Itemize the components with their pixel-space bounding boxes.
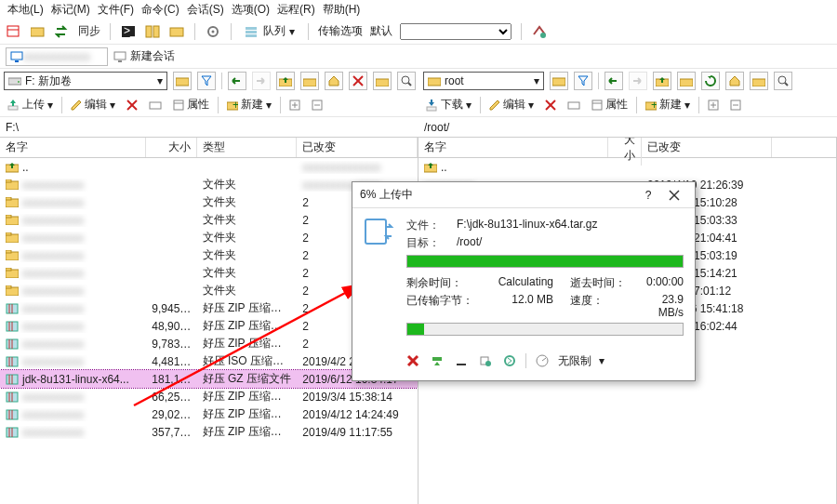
expand-icon[interactable] [705, 96, 722, 114]
root-folder-icon[interactable] [300, 72, 319, 90]
terminal-icon[interactable]: >_ [120, 23, 137, 40]
svg-text:+: + [232, 99, 238, 111]
file-size: 9,783 KB [146, 338, 196, 351]
local-header[interactable]: 名字 大小 类型 已改变 [0, 138, 418, 158]
forward-icon[interactable] [252, 72, 271, 90]
elapsed-value: 0:00:00 [633, 275, 684, 291]
dialog-titlebar[interactable]: 6% 上传中 ? [352, 182, 695, 208]
home-icon[interactable] [325, 72, 343, 90]
new-button[interactable]: +新建▾ [643, 96, 693, 114]
to-queue-button[interactable] [477, 352, 494, 369]
root-folder-icon[interactable] [677, 72, 696, 90]
minimize-transfer-button[interactable] [429, 352, 445, 369]
collapse-icon[interactable] [309, 96, 326, 114]
delete-bookmark-icon[interactable] [349, 72, 367, 90]
menu-session[interactable]: 会话(S) [185, 2, 226, 18]
filter-icon[interactable] [197, 72, 216, 90]
refresh-all-icon[interactable] [168, 23, 185, 40]
filter-icon[interactable] [574, 72, 592, 90]
rename-icon[interactable] [565, 96, 583, 114]
compare-icon[interactable] [144, 23, 161, 40]
chevron-down-icon: ▾ [157, 74, 163, 87]
new-button[interactable]: +新建▾ [224, 96, 274, 114]
open-folder-icon[interactable] [173, 72, 192, 90]
speed-limit-icon[interactable] [534, 352, 551, 369]
transfer-default-label[interactable]: 默认 [370, 23, 392, 39]
chevron-down-icon: ▾ [466, 99, 472, 112]
file-type: 好压 ZIP 压缩文件 [197, 318, 298, 334]
help-button[interactable]: ? [635, 184, 661, 206]
speed-limit-label[interactable]: 无限制 [558, 353, 591, 369]
queue-dropdown[interactable]: 队列 ▾ [241, 23, 299, 39]
props-button[interactable]: 属性 [170, 96, 212, 114]
col-name[interactable]: 名字 [418, 138, 608, 157]
menu-command[interactable]: 命令(C) [140, 2, 181, 18]
close-button[interactable] [661, 184, 687, 206]
svg-rect-52 [592, 100, 602, 110]
menu-remote[interactable]: 远程(R) [275, 2, 317, 18]
local-drive-combo[interactable]: F: 新加卷 ▾ [4, 72, 167, 90]
refresh-icon[interactable] [701, 72, 720, 90]
transfer-icon [364, 216, 397, 247]
file-type: 好压 ZIP 压缩文件 [197, 389, 298, 405]
open-folder-icon[interactable] [550, 72, 568, 90]
menu-local[interactable]: 本地(L) [6, 2, 46, 18]
edit-button[interactable]: 编辑▾ [486, 96, 537, 114]
upload-button[interactable]: 上传▾ [4, 96, 56, 114]
cancel-transfer-button[interactable] [405, 352, 421, 369]
col-type[interactable]: 类型 [197, 138, 298, 157]
parent-dir-row[interactable]: .. [418, 158, 836, 176]
up-folder-icon[interactable] [276, 72, 295, 90]
file-row[interactable]: xxxxxxxxxxx 29,022 ... 好压 ZIP 压缩文件 2019/… [0, 405, 418, 423]
menu-mark[interactable]: 标记(M) [49, 2, 92, 18]
settings-icon[interactable] [205, 23, 221, 40]
parent-dir-row[interactable]: ..xxxxxxxxxxxxxx [0, 158, 418, 176]
sync-roundtrip-icon[interactable] [54, 23, 71, 40]
find-icon[interactable] [774, 72, 792, 90]
props-button[interactable]: 属性 [589, 96, 631, 114]
remote-path[interactable]: /root/ [418, 117, 837, 138]
bookmark-folder-icon[interactable] [750, 72, 768, 90]
delete-icon[interactable] [542, 96, 559, 114]
svg-rect-65 [6, 197, 11, 200]
remote-path-combo[interactable]: root ▾ [423, 72, 544, 90]
menu-file[interactable]: 文件(F) [96, 2, 136, 18]
remote-header[interactable]: 名字 大小 已改变 [418, 138, 836, 158]
minimize-window-button[interactable] [453, 352, 470, 369]
expand-icon[interactable] [286, 96, 303, 114]
menu-help[interactable]: 帮助(H) [321, 2, 363, 18]
new-session-tab[interactable]: 新建会话 [113, 48, 175, 64]
bookmark-folder-icon[interactable] [373, 72, 392, 90]
home-icon[interactable] [725, 72, 744, 90]
up-folder-icon[interactable] [653, 72, 671, 90]
address-book-icon[interactable] [6, 23, 22, 40]
current-session-tab[interactable]: xxxxxxxxxxxx [6, 47, 108, 66]
svg-point-110 [485, 361, 491, 366]
queue-icon [245, 25, 259, 38]
sync-folder-icon[interactable] [30, 23, 46, 40]
col-size[interactable]: 大小 [146, 138, 196, 157]
transfer-preset-select[interactable] [400, 23, 512, 40]
col-modified[interactable]: 已改变 [642, 138, 772, 157]
download-button[interactable]: 下载▾ [422, 96, 474, 114]
sync-label[interactable]: 同步 [78, 23, 100, 39]
col-modified[interactable]: 已改变 [297, 138, 418, 157]
rename-icon[interactable] [146, 96, 165, 114]
find-icon[interactable] [397, 72, 416, 90]
delete-icon[interactable] [124, 96, 140, 114]
edit-button[interactable]: 编辑▾ [68, 96, 118, 114]
menu-options[interactable]: 选项(O) [230, 2, 272, 18]
forward-icon[interactable] [629, 72, 647, 90]
col-name[interactable]: 名字 [0, 138, 146, 157]
transfer-mode-button[interactable] [501, 352, 518, 369]
file-value: F:\jdk-8u131-linux-x64.tar.gz [457, 218, 597, 233]
back-icon[interactable] [228, 72, 246, 90]
local-path[interactable]: F:\ [0, 117, 418, 138]
back-icon[interactable] [604, 72, 623, 90]
chevron-down-icon[interactable]: ▾ [599, 354, 604, 367]
file-row[interactable]: xxxxxxxxxxx 357,722... 好压 ZIP 压缩文件 2019/… [0, 423, 418, 441]
transfer-settings-icon[interactable] [531, 23, 548, 40]
file-row[interactable]: xxxxxxxxxxx 66,256 ... 好压 ZIP 压缩文件 2019/… [0, 388, 418, 405]
file-type: 好压 ZIP 压缩文件 [197, 406, 298, 422]
collapse-icon[interactable] [727, 96, 744, 114]
